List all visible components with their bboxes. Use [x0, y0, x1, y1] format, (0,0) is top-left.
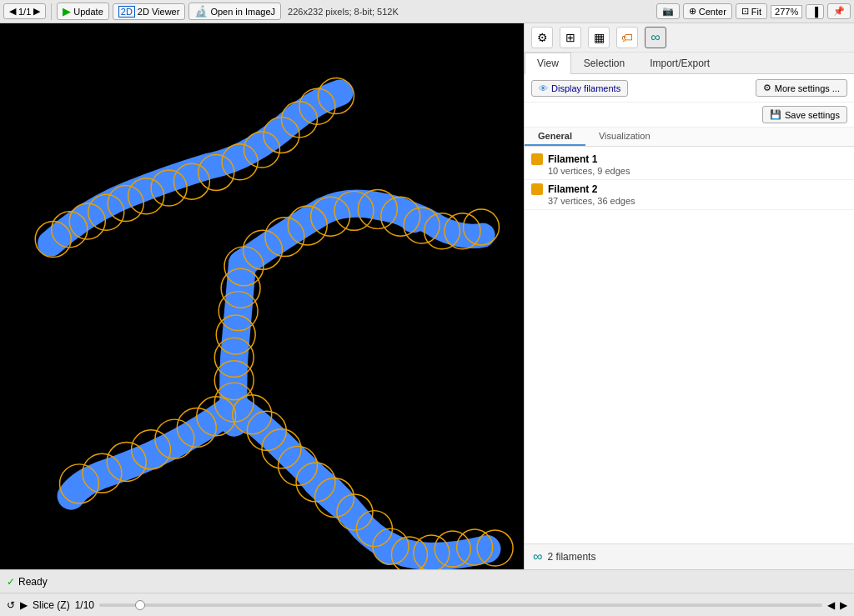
- center-icon: ⊕: [689, 6, 696, 17]
- image-info: 226x232 pixels; 8-bit; 512K: [288, 7, 399, 17]
- save-settings-button[interactable]: 💾 Save settings: [762, 106, 847, 123]
- settings2-icon: ⊞: [565, 31, 575, 44]
- slice-slider[interactable]: [99, 603, 822, 607]
- status-bar: ✓ Ready: [0, 569, 854, 593]
- filament-1-color: [531, 153, 543, 165]
- slice-bar: ↺ ▶ Slice (Z) 1/10 ◀ ▶: [0, 593, 854, 616]
- viewer-icon: 2D: [118, 6, 135, 18]
- slice-next-nav[interactable]: ▶: [840, 599, 847, 611]
- panel-icon: ▐: [811, 7, 818, 17]
- more-settings-button[interactable]: ⚙ More settings ...: [756, 79, 847, 97]
- filament-2-label: Filament 2: [548, 183, 597, 195]
- tag-icon-btn[interactable]: 🏷: [616, 27, 638, 48]
- update-label: Update: [73, 7, 103, 17]
- slice-prev-icon[interactable]: ◀: [9, 6, 16, 17]
- display-filaments-button[interactable]: 👁 Display filaments: [531, 80, 628, 97]
- display-filaments-label: Display filaments: [551, 83, 620, 93]
- viewer-button[interactable]: 2D 2D Viewer: [113, 3, 186, 20]
- gear-icon: ⚙: [537, 31, 548, 44]
- tab-selection[interactable]: Selection: [571, 53, 637, 73]
- slice-label: Slice (Z): [33, 599, 70, 611]
- panel-footer: ∞ 2 filaments: [525, 543, 854, 569]
- more-settings-label: More settings ...: [775, 83, 840, 93]
- image-area[interactable]: [0, 23, 524, 569]
- slice-value: 1/10: [75, 599, 94, 611]
- camera-icon: 📷: [662, 6, 674, 17]
- imagej-icon: 🔬: [194, 5, 208, 18]
- main-toolbar: ◀ 1/1 ▶ ▶ Update 2D 2D Viewer 🔬 Open in …: [0, 0, 854, 23]
- link-icon: ∞: [651, 30, 660, 45]
- eye-icon: 👁: [539, 83, 548, 93]
- filament-1-header: Filament 1: [531, 153, 847, 165]
- slice-back-icon[interactable]: ↺: [7, 599, 15, 611]
- filament-list: Filament 1 10 vertices, 9 edges Filament…: [525, 147, 854, 213]
- filament-2-color: [531, 183, 543, 195]
- ready-text: Ready: [18, 576, 48, 588]
- slice-play-icon[interactable]: ▶: [20, 599, 28, 611]
- more-gear-icon: ⚙: [763, 83, 771, 93]
- zoom-display: 277%: [771, 5, 802, 18]
- center-label: Center: [699, 7, 726, 17]
- viewer-label: 2D Viewer: [138, 7, 180, 17]
- slice-next-icon[interactable]: ▶: [33, 6, 40, 17]
- right-panel: ⚙ ⊞ ▦ 🏷 ∞ View Selection Impo: [524, 23, 854, 569]
- check-icon: ✓: [7, 576, 15, 588]
- panel-toggle-button[interactable]: ▐: [806, 4, 824, 19]
- slice-prev-nav[interactable]: ◀: [827, 599, 835, 611]
- sub-tab-general[interactable]: General: [525, 128, 585, 146]
- link-icon-btn[interactable]: ∞: [645, 27, 666, 48]
- main-content: ⚙ ⊞ ▦ 🏷 ∞ View Selection Impo: [0, 23, 854, 569]
- filament-item-2[interactable]: Filament 2 37 vertices, 36 edges: [525, 180, 854, 210]
- save-row: 💾 Save settings: [525, 103, 854, 128]
- filament-item-1[interactable]: Filament 1 10 vertices, 9 edges: [525, 150, 854, 180]
- panel-tabs: View Selection Import/Export: [525, 53, 854, 74]
- fit-icon: ⊡: [741, 6, 749, 17]
- update-icon: ▶: [63, 5, 71, 18]
- sub-tabs: General Visualization: [525, 128, 854, 147]
- sub-tab-visualization[interactable]: Visualization: [585, 128, 664, 146]
- tab-view[interactable]: View: [525, 53, 571, 74]
- panel-actions: 👁 Display filaments ⚙ More settings ...: [525, 74, 854, 103]
- filament-1-label: Filament 1: [548, 153, 597, 165]
- save-settings-label: Save settings: [785, 110, 840, 120]
- footer-icon: ∞: [533, 549, 542, 564]
- center-button[interactable]: ⊕ Center: [683, 3, 732, 19]
- slice-selector[interactable]: ◀ 1/1 ▶: [3, 3, 46, 19]
- footer-count: 2 filaments: [547, 551, 595, 563]
- filament-2-header: Filament 2: [531, 183, 847, 195]
- grid-icon: ▦: [594, 31, 605, 44]
- fit-label: Fit: [751, 7, 761, 17]
- grid-icon-btn[interactable]: ▦: [588, 27, 610, 48]
- separator-1: [51, 3, 52, 20]
- imagej-button[interactable]: 🔬 Open in ImageJ: [188, 3, 281, 20]
- settings2-icon-btn[interactable]: ⊞: [560, 27, 581, 48]
- filament-canvas: [0, 23, 524, 569]
- pin-icon: 📌: [833, 6, 845, 17]
- filament-2-detail: 37 vertices, 36 edges: [531, 196, 847, 206]
- slice-value: 1/1: [18, 7, 31, 17]
- camera-button[interactable]: 📷: [656, 3, 680, 19]
- toolbar-right: 📷 ⊕ Center ⊡ Fit 277% ▐ 📌: [656, 3, 851, 19]
- gear-icon-btn[interactable]: ⚙: [531, 27, 553, 48]
- panel-body: 👁 Display filaments ⚙ More settings ... …: [525, 74, 854, 543]
- slice-thumb[interactable]: [135, 600, 145, 610]
- filament-1-detail: 10 vertices, 9 edges: [531, 166, 847, 176]
- update-button[interactable]: ▶ Update: [57, 3, 108, 20]
- tag-icon: 🏷: [621, 31, 633, 44]
- panel-icon-row: ⚙ ⊞ ▦ 🏷 ∞: [525, 23, 854, 53]
- fit-button[interactable]: ⊡ Fit: [736, 3, 767, 19]
- zoom-value: 277%: [775, 7, 798, 17]
- pin-button[interactable]: 📌: [827, 3, 851, 19]
- status-ready: ✓ Ready: [7, 576, 48, 588]
- imagej-label: Open in ImageJ: [210, 7, 275, 17]
- tab-import-export[interactable]: Import/Export: [637, 53, 722, 73]
- save-icon: 💾: [770, 109, 781, 120]
